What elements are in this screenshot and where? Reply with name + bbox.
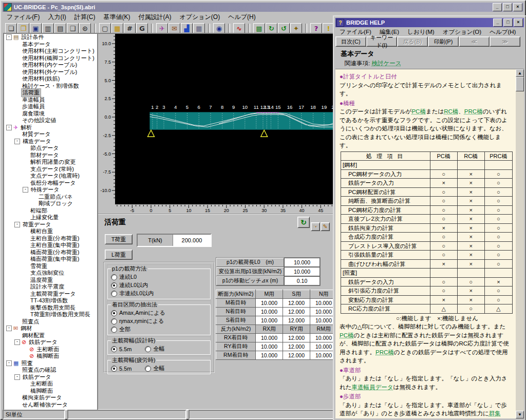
tree-item[interactable]: 鋼材配置 <box>4 332 97 339</box>
minimize-icon[interactable]: _ <box>493 3 502 11</box>
key-button[interactable]: ✦ <box>290 23 302 34</box>
tree-item[interactable]: 二重節点バネ <box>4 194 97 201</box>
tree-item[interactable]: 使用材料(内ケーブル) <box>4 62 97 69</box>
help-maximize-icon[interactable]: □ <box>503 18 513 27</box>
tree-item[interactable]: 仮想分布幅データ <box>4 180 97 187</box>
parameter-value[interactable]: 10.000 <box>284 267 320 276</box>
tree-item[interactable]: 橋面荷重(集中荷重) <box>4 256 97 263</box>
parameter-value[interactable]: 0.10 <box>284 276 320 285</box>
tree-item[interactable]: 部材データ <box>4 152 97 159</box>
help-minimize-icon[interactable]: _ <box>493 18 502 27</box>
maximize-icon[interactable]: □ <box>503 3 512 11</box>
tree-item[interactable]: 上縁変化量 <box>4 214 97 221</box>
help-close-icon[interactable]: × <box>514 18 523 27</box>
help-link[interactable]: PRC橋 <box>464 108 483 114</box>
tree-item[interactable]: ⊘主桁断面 <box>4 346 97 353</box>
force-value-cell[interactable]: 12.000 <box>283 342 310 351</box>
main-menu-item[interactable]: 基準値(K) <box>99 12 134 22</box>
tree-item[interactable]: -⊘鉄筋データ <box>4 339 97 346</box>
new-file-button[interactable]: ❏ <box>5 23 17 34</box>
edit-table-button[interactable]: ▩ <box>253 23 265 34</box>
print-preview-button[interactable]: ❑ <box>67 23 79 34</box>
radio-icon[interactable] <box>111 274 117 280</box>
force-value-cell[interactable]: 12.000 <box>283 308 310 316</box>
close-icon[interactable]: × <box>513 3 522 11</box>
radio-option[interactable]: 全部 <box>111 326 207 333</box>
calculator-button[interactable]: ▦ <box>193 23 205 34</box>
tree-item[interactable]: せん断補強データ <box>4 402 97 409</box>
tree-item[interactable]: -構造データ <box>4 138 97 145</box>
tree-item[interactable]: 歩道幅員 <box>4 103 97 110</box>
pen-help-button[interactable]: ✎ <box>321 222 330 231</box>
help-link[interactable]: 群集100kgf/m2全載 <box>340 410 501 418</box>
tree-item[interactable]: 車道幅員 <box>4 97 97 104</box>
redraw-button[interactable]: ↻ <box>297 217 310 228</box>
open-folder-button[interactable]: ❐ <box>17 23 29 34</box>
tree-item[interactable]: 支点データ(常時) <box>4 166 97 173</box>
tree-item[interactable]: 支点強制変位 <box>4 270 97 277</box>
radio-option[interactable]: 全幅 <box>145 365 164 372</box>
archive-button[interactable]: ▦ <box>111 23 123 34</box>
save-button[interactable]: ▣ <box>30 23 42 34</box>
radio-icon[interactable] <box>111 346 117 352</box>
expand-toggle-icon[interactable]: - <box>6 125 12 130</box>
tree-item[interactable]: 橋面荷重(分布荷重) <box>4 249 97 256</box>
l-load-button[interactable]: L荷重 <box>105 250 133 260</box>
help-button[interactable]: ? <box>310 23 322 34</box>
t-load-value[interactable]: 200.000 <box>173 235 211 246</box>
help-toolbar-button[interactable]: 目次(C) <box>335 36 366 47</box>
tree-item[interactable]: 横拘束筋データ <box>4 394 97 402</box>
tree-item[interactable]: TT-43割増係数 <box>4 297 97 304</box>
force-value-cell[interactable]: 10.000 <box>256 342 283 351</box>
tree-item[interactable]: 腐食環境 <box>4 110 97 118</box>
tree-item[interactable]: -特殊データ <box>4 186 97 194</box>
tree-item[interactable]: 横桁自重 <box>4 228 97 235</box>
scroll-up-icon[interactable]: ▲ <box>516 69 524 77</box>
help-scrollbar[interactable]: ▲ ▼ <box>516 69 524 418</box>
tree-item[interactable]: その他設定値 <box>4 117 97 124</box>
radio-option[interactable]: Amax,Aminによる <box>111 309 207 317</box>
radio-icon[interactable] <box>111 282 117 289</box>
help-related-link[interactable]: 検討ケース <box>371 60 401 66</box>
tree-item[interactable]: 検討ケース・割増係数 <box>4 83 97 90</box>
force-value-cell[interactable]: 10.000 <box>256 351 283 360</box>
tree-item[interactable]: 使用材料(主桁コンクリート) <box>4 48 97 55</box>
help-menu-item[interactable]: オプション(O) <box>439 28 485 36</box>
tree-item[interactable]: 主桁自重(集中荷重) <box>4 242 97 249</box>
expand-toggle-icon[interactable]: - <box>23 187 28 193</box>
tree-item[interactable]: 雪荷重 <box>4 263 97 270</box>
radio-icon[interactable] <box>111 291 117 297</box>
help-toolbar-button[interactable]: キーワード(I) <box>366 36 397 47</box>
main-menu-item[interactable]: ファイル(F) <box>3 12 44 22</box>
scroll-thumb[interactable] <box>516 77 524 91</box>
main-menu-item[interactable]: ヘルプ(H) <box>224 12 260 22</box>
tree-item[interactable]: 剛域ブロック <box>4 200 97 207</box>
tree-item[interactable]: 基本データ <box>4 41 97 48</box>
radio-option[interactable]: 全幅 <box>145 345 164 353</box>
hand-pointer-button[interactable]: ☞ <box>311 222 320 231</box>
main-menu-item[interactable]: 計算(C) <box>70 12 100 22</box>
tree-item[interactable]: 解析用諸量の変更 <box>4 159 97 166</box>
scroll-down-icon[interactable]: ▼ <box>516 411 524 418</box>
refresh-button[interactable]: ↻ <box>266 23 277 34</box>
radio-icon[interactable] <box>111 310 117 316</box>
radio-option[interactable]: 非連続L0以内 <box>111 290 207 297</box>
tree-item[interactable]: 活荷重 <box>4 89 97 97</box>
tree-item[interactable]: 支点データ(地震時) <box>4 173 97 180</box>
radio-icon[interactable] <box>111 318 117 324</box>
main-menu-item[interactable]: 付属設計(A) <box>134 12 175 22</box>
tree-item[interactable]: 照査点 <box>4 318 97 326</box>
radio-icon[interactable] <box>145 366 151 372</box>
grid-button[interactable]: # <box>124 23 136 34</box>
tree-item[interactable]: T荷重割増係数用支間長 <box>4 311 97 318</box>
tree-item[interactable]: -鉄筋データ <box>4 374 97 381</box>
force-value-cell[interactable]: 10.000 <box>256 334 283 342</box>
force-value-cell[interactable]: 12.000 <box>283 299 310 308</box>
tree-item[interactable]: 照査点の確認 <box>4 367 97 374</box>
radio-icon[interactable] <box>145 346 151 352</box>
print-setup-button[interactable]: ▥ <box>42 23 54 34</box>
radio-icon[interactable] <box>111 327 117 333</box>
tree-item[interactable]: -▤設計条件 <box>4 34 97 41</box>
force-value-cell[interactable]: 10.000 <box>256 316 283 325</box>
radio-option[interactable]: 5.5m <box>111 345 132 353</box>
